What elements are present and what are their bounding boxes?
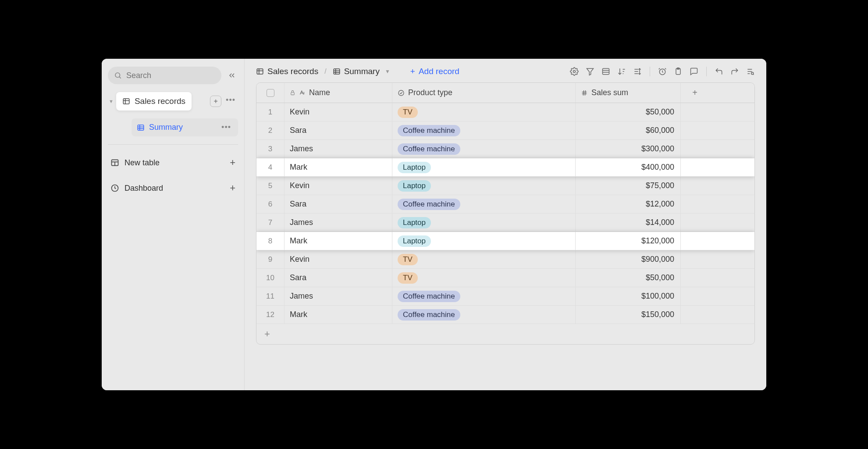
table-row[interactable]: 12MarkCoffee machine$150,000 (256, 306, 754, 324)
cell-product-type[interactable]: TV (392, 250, 576, 268)
clipboard-icon[interactable] (674, 67, 683, 76)
cell-name[interactable]: Mark (285, 158, 392, 176)
sidebar-view-summary[interactable]: Summary ••• (132, 118, 238, 136)
table-tree-item[interactable]: ▼ Sales records + ••• (108, 89, 238, 113)
cell-sales-sum[interactable]: $300,000 (576, 140, 681, 158)
cell-product-type[interactable]: Coffee machine (392, 140, 576, 158)
cell-name[interactable]: James (285, 214, 392, 232)
undo-icon[interactable] (715, 67, 723, 76)
select-all-checkbox[interactable] (267, 89, 274, 97)
cell-sales-sum[interactable]: $100,000 (576, 287, 681, 305)
header-name[interactable]: Name (285, 83, 392, 103)
cell-sales-sum[interactable]: $400,000 (576, 158, 681, 176)
collapse-sidebar-button[interactable] (226, 69, 238, 82)
table-row[interactable]: 11JamesCoffee machine$100,000 (256, 287, 754, 306)
row-number[interactable]: 5 (256, 177, 285, 195)
row-number[interactable]: 11 (256, 287, 285, 305)
toolbar-separator (650, 67, 650, 76)
header-sales-sum[interactable]: Sales sum (576, 83, 681, 103)
table-more-button[interactable]: ••• (224, 96, 237, 107)
product-chip: Coffee machine (398, 291, 460, 302)
cell-sales-sum[interactable]: $12,000 (576, 195, 681, 213)
search-input[interactable] (126, 71, 215, 80)
cell-sales-sum[interactable]: $50,000 (576, 103, 681, 121)
cell-sales-sum[interactable]: $60,000 (576, 121, 681, 139)
table-row[interactable]: 2SaraCoffee machine$60,000 (256, 121, 754, 140)
header-checkbox-cell[interactable] (256, 83, 285, 103)
row-number[interactable]: 4 (256, 158, 285, 176)
row-height-icon[interactable] (633, 67, 642, 76)
sort-icon[interactable] (617, 67, 626, 76)
add-row-button[interactable]: + (256, 324, 754, 344)
cell-name[interactable]: Kevin (285, 250, 392, 268)
table-row[interactable]: 6SaraCoffee machine$12,000 (256, 195, 754, 214)
cell-product-type[interactable]: Laptop (392, 177, 576, 195)
cell-product-type[interactable]: Coffee machine (392, 287, 576, 305)
cell-sales-sum[interactable]: $50,000 (576, 269, 681, 287)
table-row[interactable]: 9KevinTV$900,000 (256, 250, 754, 269)
find-icon[interactable] (746, 67, 755, 76)
table-row[interactable]: 3JamesCoffee machine$300,000 (256, 140, 754, 158)
cell-name[interactable]: James (285, 140, 392, 158)
cell-sales-sum[interactable]: $120,000 (576, 232, 681, 250)
row-number[interactable]: 12 (256, 306, 285, 324)
cell-product-type[interactable]: Coffee machine (392, 306, 576, 324)
breadcrumb-table[interactable]: Sales records (256, 67, 318, 76)
table-row[interactable]: 7JamesLaptop$14,000 (256, 214, 754, 232)
svg-rect-2 (123, 99, 129, 104)
table-row[interactable]: 5KevinLaptop$75,000 (256, 177, 754, 195)
table-row[interactable]: 10SaraTV$50,000 (256, 269, 754, 287)
reminder-icon[interactable] (658, 67, 667, 76)
cell-name[interactable]: Mark (285, 306, 392, 324)
group-icon[interactable] (601, 67, 610, 76)
add-view-button[interactable]: + (210, 96, 221, 107)
cell-name[interactable]: Kevin (285, 103, 392, 121)
add-record-button[interactable]: + Add record (410, 67, 459, 76)
cell-sales-sum[interactable]: $14,000 (576, 214, 681, 232)
cell-sales-sum[interactable]: $150,000 (576, 306, 681, 324)
cell-name[interactable]: Sara (285, 195, 392, 213)
sidebar-new-table[interactable]: New table + (108, 153, 238, 173)
dashboard-plus-icon[interactable]: + (230, 182, 235, 194)
cell-product-type[interactable]: Coffee machine (392, 195, 576, 213)
filter-icon[interactable] (586, 67, 594, 76)
redo-icon[interactable] (730, 67, 739, 76)
cell-product-type[interactable]: TV (392, 269, 576, 287)
cell-product-type[interactable]: Laptop (392, 232, 576, 250)
table-row[interactable]: 4MarkLaptop$400,000 (256, 158, 754, 177)
settings-icon[interactable] (570, 67, 579, 76)
sidebar-dashboard[interactable]: Dashboard + (108, 178, 238, 198)
lock-icon (290, 90, 295, 96)
table-row[interactable]: 1KevinTV$50,000 (256, 103, 754, 121)
table-row[interactable]: 8MarkLaptop$120,000 (256, 232, 754, 250)
cell-name[interactable]: Sara (285, 269, 392, 287)
cell-sales-sum[interactable]: $75,000 (576, 177, 681, 195)
cell-product-type[interactable]: TV (392, 103, 576, 121)
row-number[interactable]: 2 (256, 121, 285, 139)
cell-product-type[interactable]: Laptop (392, 214, 576, 232)
row-number[interactable]: 7 (256, 214, 285, 232)
cell-name[interactable]: Sara (285, 121, 392, 139)
row-number[interactable]: 6 (256, 195, 285, 213)
row-number[interactable]: 9 (256, 250, 285, 268)
cell-product-type[interactable]: Laptop (392, 158, 576, 176)
cell-name[interactable]: James (285, 287, 392, 305)
search-box[interactable] (108, 67, 221, 84)
cell-name[interactable]: Kevin (285, 177, 392, 195)
header-product-type[interactable]: Product type (392, 83, 576, 103)
row-number[interactable]: 1 (256, 103, 285, 121)
cell-sales-sum[interactable]: $900,000 (576, 250, 681, 268)
view-more-button[interactable]: ••• (220, 123, 233, 132)
comment-icon[interactable] (690, 67, 698, 76)
cell-product-type[interactable]: Coffee machine (392, 121, 576, 139)
new-table-plus-icon[interactable]: + (230, 157, 235, 168)
row-number[interactable]: 10 (256, 269, 285, 287)
table-chip[interactable]: Sales records (116, 92, 192, 110)
add-column-button[interactable]: + (681, 83, 709, 103)
toolbar: Sales records / Summary ▼ + Add record (256, 67, 755, 76)
cell-empty (681, 250, 709, 268)
breadcrumb-view[interactable]: Summary ▼ (333, 67, 390, 76)
row-number[interactable]: 3 (256, 140, 285, 158)
cell-name[interactable]: Mark (285, 232, 392, 250)
row-number[interactable]: 8 (256, 232, 285, 250)
